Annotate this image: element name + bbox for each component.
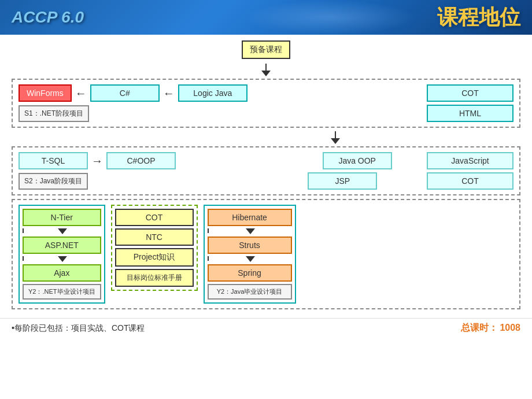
- s1-cot-box: COT: [427, 84, 513, 102]
- y2-net-project: Y2：.NET毕业设计项目: [23, 284, 101, 300]
- javascript-box: JavaScript: [427, 152, 513, 169]
- s1-row2: S1：.NET阶段项目 HTML: [19, 105, 513, 122]
- s2-section: T-SQL → C#OOP Java OOP JavaScript S2：Jav…: [12, 146, 520, 195]
- s1-section-wrapper: WinForms ← C# ← Logic Java COT S1：.NET阶段…: [12, 79, 520, 128]
- footer-left: •每阶段已包括：项目实战、COT课程: [12, 323, 145, 334]
- s2-row2: S2：Java阶段项目 JSP COT: [19, 172, 513, 190]
- spring-box: Spring: [208, 264, 292, 282]
- struts-box: Struts: [208, 237, 292, 254]
- project-knowledge-box: Project知识: [115, 248, 194, 267]
- javaoop-box: Java OOP: [323, 152, 392, 169]
- y2-section-wrapper: N-Tier ASP.NET Ajax Y2：.NET毕业设计项目 COT NT…: [12, 199, 520, 309]
- s1-row1: WinForms ← C# ← Logic Java COT: [19, 84, 513, 102]
- s2-arrow1: →: [91, 155, 103, 167]
- ajax-box: Ajax: [23, 264, 101, 282]
- aspnet-box: ASP.NET: [23, 237, 101, 254]
- s2-cot-box: COT: [427, 172, 513, 190]
- y2-java-project: Y2：Java毕业设计项目: [208, 284, 292, 300]
- handbook-box: 目标岗位标准手册: [115, 269, 194, 287]
- arrow-left-1: ←: [75, 87, 87, 99]
- top-node-row: 预备课程: [12, 40, 520, 59]
- ntc-box: NTC: [115, 228, 194, 246]
- hibernate-box: Hibernate: [208, 209, 292, 226]
- csharpoop-box: C#OOP: [106, 152, 176, 169]
- top-node: 预备课程: [242, 40, 290, 59]
- y2-inner: N-Tier ASP.NET Ajax Y2：.NET毕业设计项目 COT NT…: [19, 205, 513, 304]
- winforms-box: WinForms: [19, 84, 72, 102]
- logicjava-box: Logic Java: [178, 84, 247, 102]
- s1-s2-arrow: [150, 131, 520, 144]
- jsp-box: JSP: [308, 172, 377, 190]
- s2-row1: T-SQL → C#OOP Java OOP JavaScript: [19, 152, 513, 169]
- footer-right: 总课时： 1008: [461, 322, 520, 334]
- s2-project-box: S2：Java阶段项目: [19, 173, 88, 190]
- y2-col2: COT NTC Project知识 目标岗位标准手册: [111, 205, 198, 291]
- s1-project-box: S1：.NET阶段项目: [19, 105, 89, 122]
- csharp-box: C#: [90, 84, 160, 102]
- top-arrow: [12, 64, 520, 76]
- y2-section: N-Tier ASP.NET Ajax Y2：.NET毕业设计项目 COT NT…: [12, 199, 520, 309]
- y2-cot-box: COT: [115, 209, 194, 226]
- html-box: HTML: [427, 105, 513, 122]
- y2-col3: Hibernate Struts Spring Y2：Java毕业设计项目: [204, 205, 296, 304]
- header: ACCP 6.0 课程地位: [0, 0, 532, 35]
- logo: ACCP 6.0: [12, 8, 84, 27]
- arrow-left-2: ←: [163, 87, 175, 99]
- s1-section: WinForms ← C# ← Logic Java COT S1：.NET阶段…: [12, 79, 520, 128]
- y2-col1: N-Tier ASP.NET Ajax Y2：.NET毕业设计项目: [19, 205, 105, 304]
- tsql-box: T-SQL: [19, 152, 88, 169]
- ntier-box: N-Tier: [23, 209, 101, 226]
- page-title: 课程地位: [437, 3, 520, 32]
- footer: •每阶段已包括：项目实战、COT课程 总课时： 1008: [0, 318, 532, 338]
- main-content: 预备课程 WinForms ← C# ← Logic Java COT S1：.…: [0, 35, 532, 316]
- s2-section-wrapper: T-SQL → C#OOP Java OOP JavaScript S2：Jav…: [12, 146, 520, 195]
